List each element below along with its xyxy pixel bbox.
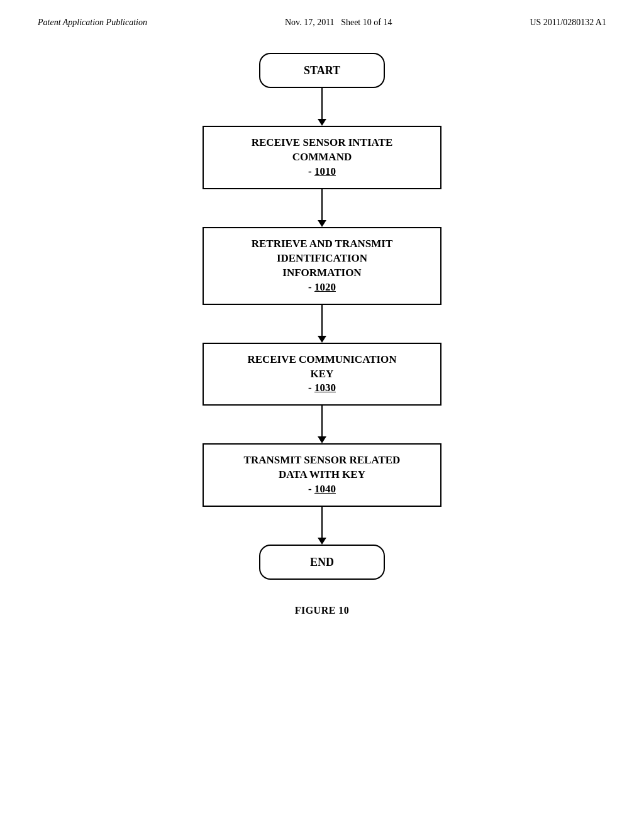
arrow-head-3 (318, 336, 326, 343)
step-1040-box: TRANSMIT SENSOR RELATED DATA WITH KEY - … (203, 443, 441, 507)
step-1040-number: - 1040 (244, 482, 401, 497)
step-1020-number: - 1020 (252, 280, 393, 295)
step-1020-line2: IDENTIFICATION (252, 252, 393, 266)
step-1020-box: RETRIEVE AND TRANSMIT IDENTIFICATION INF… (203, 227, 441, 305)
arrow-head-4 (318, 436, 326, 443)
step-1020-line1: RETRIEVE AND TRANSMIT (252, 237, 393, 252)
step-1010-box: RECEIVE SENSOR INTIATE COMMAND - 1010 (203, 126, 441, 189)
step-1010-number: - 1010 (252, 165, 393, 179)
header-date-sheet: Nov. 17, 2011 Sheet 10 of 14 (285, 18, 392, 28)
start-label: START (304, 64, 340, 77)
arrow-line-4 (321, 406, 323, 436)
arrow-line-1 (321, 88, 323, 119)
step-1020-line3: INFORMATION (252, 266, 393, 280)
arrow-3 (318, 305, 326, 343)
step-1030-line2: KEY (247, 367, 396, 382)
arrow-line-2 (321, 189, 323, 220)
step-1020-content: RETRIEVE AND TRANSMIT IDENTIFICATION INF… (252, 237, 393, 295)
header-publication: Patent Application Publication (38, 18, 147, 28)
arrow-5 (318, 507, 326, 545)
step-1040-line1: TRANSMIT SENSOR RELATED (244, 453, 401, 468)
arrow-head-1 (318, 119, 326, 126)
step-1010-line1: RECEIVE SENSOR INTIATE (252, 136, 393, 150)
header-date: Nov. 17, 2011 (285, 18, 341, 27)
arrow-4 (318, 406, 326, 443)
flowchart: START RECEIVE SENSOR INTIATE COMMAND - 1… (0, 53, 644, 580)
arrow-line-3 (321, 305, 323, 336)
arrow-head-2 (318, 220, 326, 227)
start-box: START (259, 53, 385, 88)
arrow-head-5 (318, 538, 326, 545)
header-patent-number: US 2011/0280132 A1 (530, 18, 606, 28)
step-1030-content: RECEIVE COMMUNICATION KEY - 1030 (247, 353, 396, 396)
end-label: END (310, 556, 334, 569)
arrow-line-5 (321, 507, 323, 538)
end-box: END (259, 545, 385, 580)
step-1030-line1: RECEIVE COMMUNICATION (247, 353, 396, 367)
step-1040-line2: DATA WITH KEY (244, 468, 401, 482)
step-1010-content: RECEIVE SENSOR INTIATE COMMAND - 1010 (252, 136, 393, 179)
step-1040-content: TRANSMIT SENSOR RELATED DATA WITH KEY - … (244, 453, 401, 497)
arrow-1 (318, 88, 326, 126)
step-1010-line2: COMMAND (252, 150, 393, 165)
step-1030-number: - 1030 (247, 381, 396, 396)
page-header: Patent Application Publication Nov. 17, … (0, 0, 644, 28)
figure-caption: FIGURE 10 (0, 605, 644, 616)
step-1030-box: RECEIVE COMMUNICATION KEY - 1030 (203, 343, 441, 406)
arrow-2 (318, 189, 326, 227)
header-sheet: Sheet 10 of 14 (341, 18, 392, 27)
